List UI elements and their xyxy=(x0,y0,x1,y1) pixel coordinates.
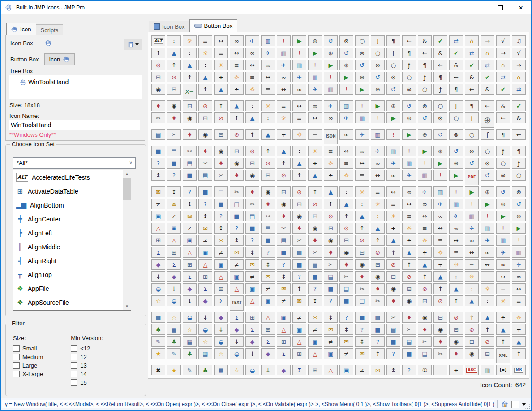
grid-icon-button-254[interactable]: ↔ xyxy=(371,170,385,181)
maximize-button[interactable] xyxy=(490,1,511,14)
grid-icon-button-594[interactable]: ✂ xyxy=(433,348,447,359)
grid-icon-button-596[interactable]: ◉ xyxy=(465,348,479,359)
grid-icon-button-399[interactable]: ↑ xyxy=(386,247,400,258)
grid-icon-button-244[interactable]: ✂ xyxy=(214,170,228,181)
grid-icon-button-487[interactable]: ▣ xyxy=(261,295,275,306)
grid-icon-button-74[interactable]: ↑ xyxy=(183,72,197,82)
grid-icon-button-376[interactable]: ÷ xyxy=(402,235,416,246)
grid-icon-button-444[interactable]: ✂ xyxy=(339,271,353,282)
grid-icon-button-387[interactable]: ▣ xyxy=(198,247,212,258)
grid-icon-button-331[interactable]: ✈ xyxy=(449,211,463,221)
grid-icon-button-312[interactable]: ▣ xyxy=(151,211,165,221)
grid-icon-button-510[interactable]: ⊞ xyxy=(245,312,259,323)
grid-icon-button-302[interactable]: ☼ xyxy=(371,199,385,209)
grid-icon-button-472[interactable]: ⊟ xyxy=(402,283,416,294)
grid-icon-button-146[interactable]: ◉ xyxy=(183,112,197,123)
grid-icon-button-5[interactable]: ∞ xyxy=(230,35,244,46)
grid-icon-button-216[interactable]: ? xyxy=(151,158,165,169)
grid-icon-button-580[interactable]: ☆ xyxy=(214,348,228,359)
grid-icon-button-157[interactable]: ▥ xyxy=(355,112,369,123)
grid-icon-button-364[interactable]: ✉ xyxy=(214,235,228,246)
grid-icon-button-147[interactable]: ⊟ xyxy=(198,112,212,123)
grid-icon-button-188[interactable]: ○ xyxy=(465,129,479,140)
grid-icon-button-402[interactable]: ☼ xyxy=(433,247,447,258)
grid-icon-button-392[interactable]: ■ xyxy=(277,247,291,258)
grid-icon-button-180[interactable]: ∞ xyxy=(339,129,353,140)
grid-icon-button-285[interactable]: ⊕ xyxy=(481,186,494,197)
icon-set-item-AcceleratedLifeTests[interactable]: ALTAcceleratedLifeTests xyxy=(13,170,123,184)
grid-icon-button-449[interactable]: ↑ xyxy=(418,271,432,282)
icon-set-item-AppFile[interactable]: ❖AppFile xyxy=(13,281,123,295)
grid-icon-button-59[interactable]: ▶ xyxy=(324,60,338,70)
grid-icon-button-554[interactable]: ▦ xyxy=(183,336,197,347)
grid-icon-button-514[interactable]: ✉ xyxy=(308,312,322,323)
grid-icon-button-598[interactable]: XML xyxy=(496,348,510,363)
grid-icon-button-217[interactable]: ■ xyxy=(167,158,181,169)
grid-icon-button-351[interactable]: ÷ xyxy=(386,223,400,234)
tab-button-box[interactable]: Button Box xyxy=(189,19,238,32)
grid-icon-button-218[interactable]: ▤ xyxy=(183,158,197,169)
grid-icon-button-307[interactable]: ▥ xyxy=(449,199,463,209)
grid-icon-button-137[interactable]: ⊗ xyxy=(418,100,432,111)
grid-icon-button-492[interactable]: ■ xyxy=(339,295,353,306)
grid-icon-button-297[interactable]: ⊟ xyxy=(292,199,306,209)
tree-item-wintoolshand[interactable]: WinToolsHand xyxy=(20,78,142,86)
scroll-down-icon[interactable]: ▼ xyxy=(123,303,131,310)
grid-icon-button-18[interactable]: ✔ xyxy=(433,35,447,46)
grid-icon-button-383[interactable]: ! xyxy=(512,235,526,246)
grid-icon-button-542[interactable]: ■ xyxy=(371,324,385,335)
grid-icon-button-129[interactable]: ↔ xyxy=(292,100,306,111)
grid-icon-button-314[interactable]: ✉ xyxy=(183,211,197,221)
grid-icon-button-97[interactable]: ⊟ xyxy=(167,84,181,95)
grid-icon-button-82[interactable]: ▥ xyxy=(308,72,322,82)
version-filter--12[interactable]: <12 xyxy=(71,344,103,353)
grid-icon-button-612[interactable]: ▣ xyxy=(339,365,353,375)
grid-icon-button-478[interactable]: ≡ xyxy=(496,283,510,294)
grid-icon-button-390[interactable]: ↕ xyxy=(245,247,259,258)
grid-icon-button-592[interactable]: ■ xyxy=(402,348,416,359)
grid-icon-button-192[interactable]: ■ xyxy=(151,146,165,156)
grid-icon-button-524[interactable]: ↑ xyxy=(465,312,479,323)
grid-icon-button-348[interactable]: ⊘ xyxy=(339,223,353,234)
grid-icon-button-450[interactable]: ▲ xyxy=(433,271,447,282)
grid-icon-button-446[interactable]: ◉ xyxy=(371,271,385,282)
grid-icon-button-248[interactable]: ⊘ xyxy=(277,170,291,181)
grid-icon-button-380[interactable]: ∞ xyxy=(465,235,479,246)
grid-icon-button-191[interactable]: ← xyxy=(512,129,526,140)
grid-icon-button-229[interactable]: ↔ xyxy=(355,158,369,169)
grid-icon-button-20[interactable]: ⌂ xyxy=(465,35,479,46)
grid-icon-button-467[interactable]: ■ xyxy=(324,283,338,294)
grid-icon-button-566[interactable]: ? xyxy=(371,336,385,347)
grid-icon-button-499[interactable]: ↑ xyxy=(449,295,463,306)
grid-icon-button-142[interactable]: & xyxy=(496,100,510,111)
icon-sample-button[interactable]: Icon xyxy=(44,53,75,65)
grid-icon-button-35[interactable]: ⊕ xyxy=(324,48,338,58)
grid-icon-button-279[interactable]: ↔ xyxy=(386,186,400,197)
grid-icon-button-562[interactable]: ▣ xyxy=(308,336,322,347)
grid-icon-button-607[interactable]: ↓ xyxy=(261,365,275,375)
grid-icon-button-253[interactable]: ≡ xyxy=(355,170,369,181)
grid-icon-button-63[interactable]: ○ xyxy=(386,60,400,70)
grid-icon-button-3[interactable]: ≡ xyxy=(198,35,212,46)
grid-icon-button-78[interactable]: ≡ xyxy=(245,72,259,82)
grid-icon-button-290[interactable]: ↕ xyxy=(183,199,197,209)
grid-icon-button-410[interactable]: ⊞ xyxy=(183,259,197,270)
grid-icon-button-465[interactable]: ↕ xyxy=(292,283,306,294)
grid-icon-button-289[interactable]: ✉ xyxy=(167,199,181,209)
grid-icon-button-537[interactable]: ▣ xyxy=(292,324,306,335)
grid-icon-button-585[interactable]: ⊞ xyxy=(292,348,306,359)
grid-icon-button-69[interactable]: ⇄ xyxy=(481,60,494,70)
grid-icon-button-544[interactable]: ✂ xyxy=(402,324,416,335)
grid-icon-button-381[interactable]: ✈ xyxy=(481,235,494,246)
grid-icon-button-413[interactable]: ≠ xyxy=(230,259,244,270)
grid-icon-button-328[interactable]: ≡ xyxy=(402,211,416,221)
grid-icon-button-416[interactable]: ? xyxy=(277,259,291,270)
grid-icon-button-294[interactable]: ✂ xyxy=(245,199,259,209)
grid-icon-button-23[interactable]: ♫ xyxy=(512,35,526,46)
grid-icon-button-275[interactable]: ▲ xyxy=(324,186,338,197)
grid-icon-button-470[interactable]: ♦ xyxy=(371,283,385,294)
grid-icon-button-7[interactable]: ▥ xyxy=(261,35,275,46)
grid-icon-button-123[interactable]: ⊘ xyxy=(198,100,212,111)
grid-icon-button-224[interactable]: ↑ xyxy=(277,158,291,169)
grid-icon-button-132[interactable]: ▥ xyxy=(339,100,353,111)
